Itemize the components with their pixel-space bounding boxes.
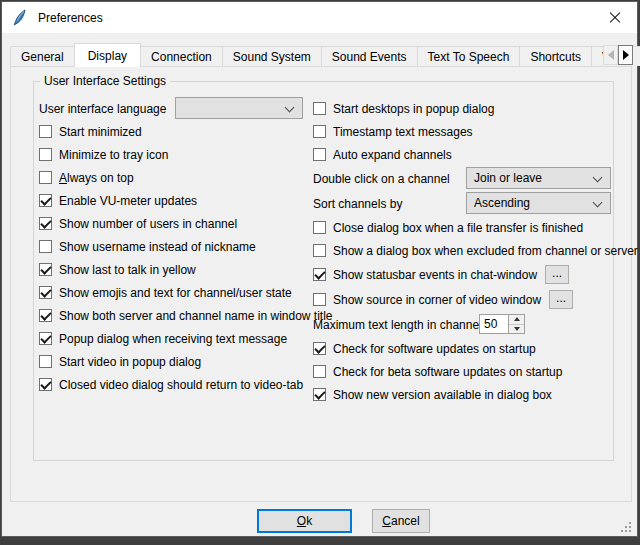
checkbox-vu-meter[interactable]: Enable VU-meter updates [39, 189, 311, 212]
checkbox-always-on-top[interactable]: Always on top [39, 166, 311, 189]
checkbox-timestamp-messages[interactable]: Timestamp text messages [313, 120, 627, 143]
max-text-length-spinbox[interactable]: 50 [479, 314, 525, 334]
video-source-row: Show source in corner of video window ..… [313, 287, 627, 312]
checkbox-box [313, 388, 326, 401]
checkbox-label: Close dialog box when a file transfer is… [333, 221, 583, 235]
checkbox-minimize-to-tray[interactable]: Minimize to tray icon [39, 143, 311, 166]
checkbox-start-minimized[interactable]: Start minimized [39, 120, 311, 143]
label-rest: lways on top [67, 171, 134, 185]
language-combobox[interactable] [175, 97, 303, 119]
cancel-label: Cancel [382, 514, 419, 528]
checkbox-box [39, 309, 52, 322]
checkbox-show-username[interactable]: Show username instead of nickname [39, 235, 311, 258]
checkbox-box[interactable] [313, 268, 326, 281]
checkbox-label: Show both server and channel name in win… [59, 309, 333, 323]
checkbox-box [39, 194, 52, 207]
double-click-combobox[interactable]: Join or leave [466, 167, 611, 189]
checkbox-label: Show source in corner of video window [333, 293, 541, 307]
checkbox-new-version-dialog[interactable]: Show new version available in dialog box [313, 383, 627, 406]
tab-scroll-right-icon [623, 50, 629, 60]
video-source-options-button[interactable]: ... [549, 290, 573, 309]
checkbox-label: Show statusbar events in chat-window [333, 268, 537, 282]
checkbox-label: Start video in popup dialog [59, 355, 201, 369]
checkbox-desktops-popup[interactable]: Start desktops in popup dialog [313, 97, 627, 120]
checkbox-label: Show username instead of nickname [59, 240, 256, 254]
checkbox-label: Popup dialog when receiving text message [59, 332, 287, 346]
tab-sound-system[interactable]: Sound System [222, 46, 322, 66]
checkbox-label: Show emojis and text for channel/user st… [59, 286, 292, 300]
checkbox-excluded-dialog[interactable]: Show a dialog box when excluded from cha… [313, 239, 627, 262]
checkbox-label: Start desktops in popup dialog [333, 102, 494, 116]
checkbox-label: Check for software updates on startup [333, 342, 536, 356]
checkbox-label: Timestamp text messages [333, 125, 473, 139]
ellipsis-label: ... [552, 266, 562, 280]
language-label: User interface language [39, 102, 166, 116]
checkbox-box[interactable] [313, 293, 326, 306]
chevron-down-icon [593, 198, 603, 208]
tab-shortcuts[interactable]: Shortcuts [519, 46, 592, 66]
checkbox-box [39, 217, 52, 230]
checkbox-emojis[interactable]: Show emojis and text for channel/user st… [39, 281, 311, 304]
spin-down-button[interactable] [509, 325, 524, 334]
chevron-down-icon [285, 103, 295, 113]
resize-grip[interactable] [620, 521, 632, 533]
tab-display[interactable]: Display [74, 43, 141, 67]
statusbar-events-options-button[interactable]: ... [545, 265, 569, 284]
statusbar-events-row: Show statusbar events in chat-window ... [313, 262, 627, 287]
max-text-length-label: Maximum text length in channel list [313, 318, 500, 332]
checkbox-label: Enable VU-meter updates [59, 194, 197, 208]
sort-channels-value: Ascending [474, 196, 530, 210]
checkbox-box [313, 365, 326, 378]
checkbox-check-beta-updates[interactable]: Check for beta software updates on start… [313, 360, 627, 383]
label-rest: k [306, 514, 312, 528]
cancel-button[interactable]: Cancel [372, 509, 430, 533]
checkbox-box [313, 125, 326, 138]
chevron-down-icon [593, 173, 603, 183]
checkbox-closed-video-return[interactable]: Closed video dialog should return to vid… [39, 373, 311, 396]
checkbox-video-popup[interactable]: Start video in popup dialog [39, 350, 311, 373]
tab-bar: General Display Connection Sound System … [10, 44, 632, 66]
max-text-length-row: Maximum text length in channel list 50 [313, 312, 627, 337]
tab-scroll-right-button[interactable] [618, 45, 633, 65]
close-button[interactable] [592, 2, 637, 33]
groupbox-title: User Interface Settings [40, 74, 170, 88]
checkbox-box [39, 286, 52, 299]
tab-general[interactable]: General [10, 46, 75, 66]
tab-sound-events[interactable]: Sound Events [321, 46, 418, 66]
checkbox-label: Always on top [59, 171, 134, 185]
checkbox-box [313, 244, 326, 257]
checkbox-check-updates[interactable]: Check for software updates on startup [313, 337, 627, 360]
tab-scroll-left-icon [608, 50, 614, 60]
checkbox-server-channel-title[interactable]: Show both server and channel name in win… [39, 304, 311, 327]
checkbox-label: Check for beta software updates on start… [333, 365, 562, 379]
preferences-dialog: Preferences General Display Connection S… [1, 1, 638, 537]
tab-scroll-left-button [603, 45, 618, 65]
tab-text-to-speech[interactable]: Text To Speech [417, 46, 521, 66]
spin-up-icon [514, 317, 520, 321]
checkbox-label: Show a dialog box when excluded from cha… [333, 244, 638, 258]
checkbox-box [313, 102, 326, 115]
spinbox-value: 50 [480, 315, 508, 333]
label-rest: ancel [391, 514, 420, 528]
double-click-row: Double click on a channel Join or leave [313, 166, 627, 191]
checkbox-show-user-count[interactable]: Show number of users in channel [39, 212, 311, 235]
checkbox-box [39, 378, 52, 391]
ok-button[interactable]: Ok [257, 509, 352, 533]
display-tab-page: User Interface Settings User interface l… [10, 66, 632, 502]
checkbox-box [39, 355, 52, 368]
sort-channels-combobox[interactable]: Ascending [466, 192, 611, 214]
checkbox-box [313, 221, 326, 234]
checkbox-box [39, 171, 52, 184]
tab-connection[interactable]: Connection [140, 46, 223, 66]
accel-char: A [59, 171, 67, 185]
window-title: Preferences [38, 11, 103, 25]
checkbox-popup-text-message[interactable]: Popup dialog when receiving text message [39, 327, 311, 350]
double-click-label: Double click on a channel [313, 172, 450, 186]
accel-char: C [382, 514, 391, 528]
close-icon [609, 12, 621, 24]
checkbox-auto-expand[interactable]: Auto expand channels [313, 143, 627, 166]
checkbox-last-talk-yellow[interactable]: Show last to talk in yellow [39, 258, 311, 281]
checkbox-close-on-transfer[interactable]: Close dialog box when a file transfer is… [313, 216, 627, 239]
spin-up-button[interactable] [509, 315, 524, 325]
checkbox-label: Show new version available in dialog box [333, 388, 552, 402]
